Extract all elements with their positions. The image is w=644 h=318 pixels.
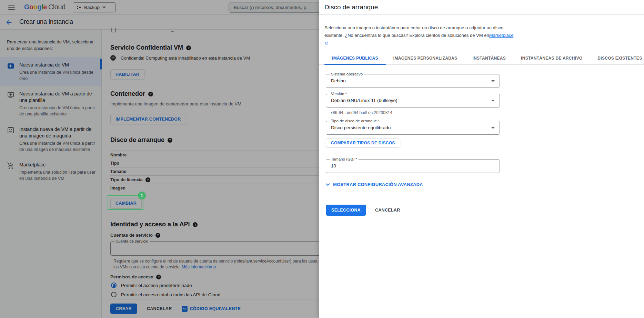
tab-custom-images[interactable]: IMÁGENES PERSONALIZADAS [386,52,465,64]
annotation-badge: 1 [138,192,146,199]
marketplace-link[interactable]: Marketplace [489,33,514,38]
panel-header: Disco de arranque [319,0,644,15]
tab-existing-disks[interactable]: DISCOS EXISTENTES [590,52,644,64]
field-label: Sistema operativo [330,72,364,76]
version-select[interactable]: Versión * Debian GNU/Linux 11 (bullseye) [326,94,500,107]
field-value: Debian [326,74,500,88]
gcp-console-screen: GoogleCloud Backup Crear una instancia P… [0,0,644,318]
field-label: Tipo de disco de arranque * [330,119,381,123]
size-gb-field[interactable]: Tamaño (GB) * 10 [326,159,500,173]
panel-actions: SELECCIONA CANCELAR [326,205,400,216]
select-button[interactable]: SELECCIONA [326,205,366,216]
panel-description: Selecciona una imagen o instantánea para… [324,24,515,47]
panel-title: Disco de arranque [324,3,378,11]
field-label: Versión * [330,92,348,96]
external-link-icon [325,40,329,47]
annotation-highlight-box [108,195,143,210]
panel-cancel-button[interactable]: CANCELAR [375,208,400,213]
panel-description-text: Selecciona una imagen o instantánea para… [324,25,503,38]
tab-snapshots[interactable]: INSTANTÁNEAS [465,52,513,64]
tab-public-images[interactable]: IMÁGENES PÚBLICAS [324,52,386,64]
os-select[interactable]: Sistema operativo Debian [326,74,500,88]
field-value: 10 [326,160,500,173]
field-value: Disco persistente equilibrado [326,121,500,134]
compare-disk-types-button[interactable]: COMPARAR TIPOS DE DISCOS [326,139,400,147]
tab-archive-snapshots[interactable]: INSTANTÁNEAS DE ARCHIVO [513,52,590,64]
show-advanced-config-toggle[interactable]: MOSTRAR CONFIGURACIÓN AVANZADA [326,182,423,187]
boot-disk-panel: Disco de arranque Selecciona una imagen … [319,0,644,318]
disk-type-select[interactable]: Tipo de disco de arranque * Disco persis… [326,121,500,135]
version-helper: x86-64, amd64 built on 20230814 [331,110,392,116]
advanced-toggle-label: MOSTRAR CONFIGURACIÓN AVANZADA [333,182,423,187]
chevron-down-icon [491,80,495,82]
field-label: Tamaño (GB) * [330,157,359,161]
chevron-down-icon [326,183,330,186]
panel-tabs: IMÁGENES PÚBLICAS IMÁGENES PERSONALIZADA… [319,52,644,65]
chevron-down-icon [491,100,495,102]
field-value: Debian GNU/Linux 11 (bullseye) [326,94,500,107]
chevron-down-icon [491,127,495,129]
